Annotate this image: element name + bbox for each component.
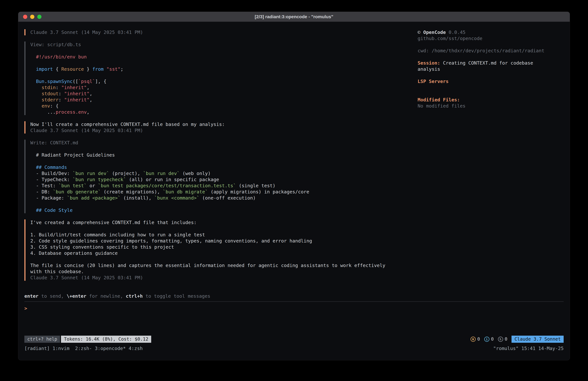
line: env: { [30,103,412,109]
line: 4. Database operations guidance [30,250,412,256]
assistant-message-summary: I've created a comprehensive CONTEXT.md … [24,219,412,281]
line: - DB: `bun db generate` (create migratio… [30,189,412,195]
line: # Radiant Project Guidelines [30,152,412,158]
line: import { Resource } from "sst"; [30,66,412,72]
line [30,48,412,54]
line: with this codebase. [30,269,412,275]
close-button[interactable] [23,15,27,19]
line [30,158,412,164]
tmux-statusbar: [radiant] 1:nvim 2:zsh- 3:opencode* 4:zs… [24,345,564,352]
line: enter to send, \+enter for newline, ctrl… [24,293,564,299]
line: ...process.env, [30,109,412,115]
line: 3. CSS styling conventions specific to t… [30,244,412,250]
minimize-button[interactable] [30,15,34,19]
diagnostic-hints: h 0 [498,336,507,342]
line: The file is concise (20 lines) and captu… [30,262,412,269]
line: 2. Code style guidelines covering import… [30,238,412,244]
line [30,225,412,232]
terminal-window: [2/3] radiant:3:opencode - "romulus" Cla… [18,12,570,360]
sidebar-session: Session: Creating CONTEXT.md for codebas… [418,60,564,72]
line: 1. Build/lint/test commands including ho… [30,232,412,238]
assistant-message: Now I'll create a comprehensive CONTEXT.… [24,121,412,134]
sidebar-cwd: cwd: /home/thdxr/dev/projects/radiant/ra… [418,48,564,54]
line [30,201,412,207]
line [30,256,412,262]
model-chip[interactable]: Claude 3.7 Sonnet [511,336,564,343]
line: ## Code Style [30,207,412,213]
statusbar: ctrl+? help Tokens: 16.4K (8%), Cost: $0… [24,336,564,343]
diagnostic-infos: i 0 [484,336,494,342]
zoom-button[interactable] [37,15,42,19]
traffic-lights [23,15,42,19]
line: Claude 3.7 Sonnet (14 May 2025 03:41 PM) [30,275,412,281]
line: github.com/sst/opencode [418,35,564,42]
content-row: Claude 3.7 Sonnet (14 May 2025 03:41 PM)… [24,29,564,281]
sidebar-modified-files: Modified Files:No modified files [418,97,564,109]
conversation: Claude 3.7 Sonnet (14 May 2025 03:41 PM)… [24,29,412,281]
tool-write-block: Write: CONTEXT.md # Radiant Project Guid… [24,140,412,213]
line [30,146,412,152]
assistant-message-footer: Claude 3.7 Sonnet (14 May 2025 03:41 PM) [24,29,412,35]
line: stdout: "inherit", [30,90,412,97]
warning-count: 0 [477,336,480,342]
line: - Test: `bun test` or `bun test packages… [30,183,412,189]
line: Modified Files: [418,97,564,103]
line: #!/usr/bin/env bun [30,54,412,60]
diagnostic-warnings: W 0 [471,336,480,342]
line: View: script/db.ts [30,42,412,48]
line: ## Commands [30,164,412,170]
line: I've created a comprehensive CONTEXT.md … [30,219,412,225]
info-count: 0 [491,336,494,342]
line [30,72,412,78]
window-title: [2/3] radiant:3:opencode - "romulus" [255,14,333,19]
input-divider [24,301,564,302]
line: No modified files [418,103,564,109]
statusbar-right-group: W 0 i 0 h 0 Claude 3.7 Sonnet [471,336,564,343]
line: analysis [418,66,564,72]
line: stdin: "inherit", [30,85,412,90]
line: © OpenCode 0.0.45 [418,29,564,35]
line: - TypeCheck: `bun run typecheck` (all) o… [30,177,412,183]
keybind-help: enter to send, \+enter for newline, ctrl… [24,293,564,299]
spacer [24,312,564,336]
line: cwd: /home/thdxr/dev/projects/radiant/ra… [418,48,564,54]
line: - Build/Dev: `bun run dev` (project), `b… [30,170,412,177]
hint-icon: h [498,336,503,342]
line: - Package: `bun add <package>` (install)… [30,195,412,201]
line: stderr: "inherit", [30,97,412,103]
tmux-session-time: "romulus" 15:41 14-May-25 [493,345,564,352]
line: Claude 3.7 Sonnet (14 May 2025 03:41 PM) [30,127,412,134]
warning-icon: W [471,336,476,342]
line: Bun.spawnSync([`psql`], { [30,78,412,85]
prompt-input[interactable]: > [24,305,564,312]
sidebar: © OpenCode 0.0.45github.com/sst/opencode… [418,29,564,281]
line: Session: Creating CONTEXT.md for codebas… [418,60,564,66]
info-icon: i [484,336,489,342]
prompt-symbol: > [24,306,27,311]
terminal-content[interactable]: Claude 3.7 Sonnet (14 May 2025 03:41 PM)… [18,22,570,360]
help-keybind-chip: ctrl+? help [24,336,60,343]
tmux-window-list[interactable]: [radiant] 1:nvim 2:zsh- 3:opencode* 4:zs… [24,345,143,352]
line: Now I'll create a comprehensive CONTEXT.… [30,121,412,127]
sidebar-lsp-servers: LSP Servers [418,78,564,85]
sidebar-app-info: © OpenCode 0.0.45github.com/sst/opencode [418,29,564,42]
tokens-cost-chip: Tokens: 16.4K (8%), Cost: $0.12 [61,336,151,343]
hint-count: 0 [505,336,507,342]
line: Claude 3.7 Sonnet (14 May 2025 03:41 PM) [30,29,412,35]
line: LSP Servers [418,78,564,85]
titlebar: [2/3] radiant:3:opencode - "romulus" [18,12,570,22]
line [30,60,412,66]
line: Write: CONTEXT.md [30,140,412,146]
tool-view-block: View: script/db.ts #!/usr/bin/env bun im… [24,42,412,115]
